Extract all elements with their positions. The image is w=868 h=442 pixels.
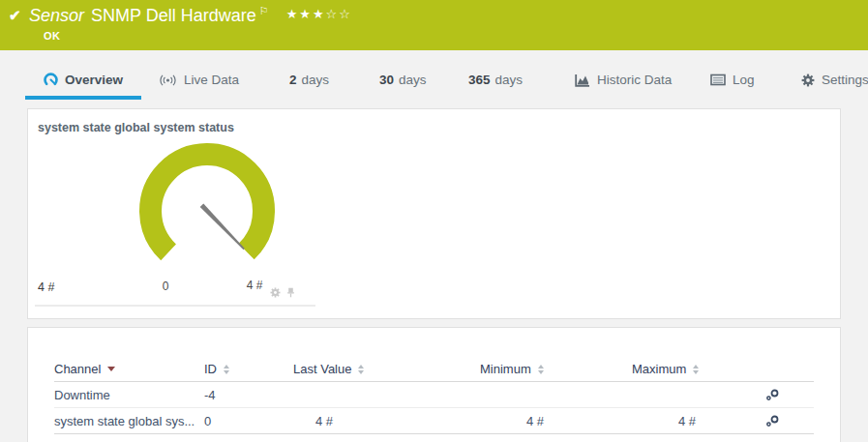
gauge-panel: system state global system status 0 4 # … (27, 108, 841, 319)
tab-live-data-label: Live Data (184, 73, 239, 87)
sort-desc-icon (107, 367, 115, 371)
tab-30-days-number: 30 (379, 73, 394, 87)
sensor-title-line: SensorSNMP Dell Hardware⚐★★★☆☆ (29, 5, 352, 26)
ok-check-icon: ✔ (9, 7, 21, 24)
sort-icon (358, 365, 364, 374)
gauge-min-label: 0 (163, 280, 169, 293)
area-chart-icon (575, 74, 590, 87)
tab-overview-label: Overview (65, 73, 123, 87)
object-kind-label: Sensor (29, 6, 84, 25)
gauge-arc (151, 155, 264, 252)
channel-maximum: 4 # (632, 414, 765, 428)
column-header-id[interactable]: ID (204, 362, 293, 376)
channel-id: 0 (204, 414, 293, 428)
sensor-name: SNMP Dell Hardware (91, 6, 256, 25)
tab-settings-label: Settings (822, 73, 868, 87)
broadcast-icon (159, 74, 177, 87)
tab-365-days[interactable]: 365 days (468, 60, 523, 100)
gauge-settings-gear-icon[interactable] (270, 287, 281, 298)
gauge-icon (44, 73, 58, 87)
sort-icon (693, 365, 699, 374)
gauge-chart: 0 4 # 4 # (33, 136, 323, 310)
channel-name: system state global sys... (54, 414, 204, 428)
tab-settings[interactable]: Settings (801, 60, 868, 100)
sort-icon (538, 365, 544, 374)
column-header-channel[interactable]: Channel (54, 362, 204, 376)
sensor-header: ✔ SensorSNMP Dell Hardware⚐★★★☆☆ OK (0, 0, 868, 50)
channels-table: Channel ID Last Value Minimum Maximum (28, 328, 840, 434)
column-header-last-value[interactable]: Last Value (293, 362, 480, 376)
tab-historic-data[interactable]: Historic Data (575, 60, 672, 100)
channel-id: -4 (204, 388, 293, 402)
column-header-maximum[interactable]: Maximum (632, 362, 765, 376)
tab-live-data[interactable]: Live Data (159, 60, 239, 100)
gauge-title: system state global system status (38, 121, 234, 134)
sort-icon (224, 365, 229, 374)
tab-2-days-label: days (302, 73, 330, 87)
channels-panel: Channel ID Last Value Minimum Maximum (27, 327, 841, 442)
tab-365-days-label: days (495, 73, 524, 87)
log-icon (710, 74, 726, 86)
table-row: Downtime -4 (54, 382, 814, 408)
column-header-channel-label: Channel (54, 362, 101, 376)
tab-30-days[interactable]: 30 days (379, 60, 427, 100)
gauge-toolbar (270, 287, 296, 298)
active-tab-underline (25, 96, 141, 100)
gear-icon (801, 74, 815, 87)
column-header-maximum-label: Maximum (632, 362, 686, 376)
tab-365-days-number: 365 (468, 73, 491, 87)
column-header-minimum-label: Minimum (480, 362, 531, 376)
channel-settings-gears-icon[interactable] (765, 415, 814, 427)
tab-30-days-label: days (399, 73, 427, 87)
channel-settings-gears-icon[interactable] (765, 389, 814, 401)
column-header-minimum[interactable]: Minimum (480, 362, 632, 376)
channel-minimum: 4 # (480, 414, 632, 428)
tab-historic-data-label: Historic Data (597, 73, 672, 87)
priority-flag-icon[interactable]: ⚐ (259, 5, 269, 16)
sensor-tabs: Overview Live Data 2 days 30 days (0, 60, 868, 100)
tab-2-days-number: 2 (289, 73, 297, 87)
status-badge: OK (44, 30, 60, 42)
pin-icon[interactable] (285, 287, 296, 298)
gauge-current-value: 4 # (38, 280, 54, 294)
channel-name: Downtime (54, 388, 204, 402)
tab-overview[interactable]: Overview (25, 60, 141, 100)
priority-stars[interactable]: ★★★☆☆ (286, 7, 352, 21)
table-header-row: Channel ID Last Value Minimum Maximum (54, 357, 814, 382)
tab-log-label: Log (733, 73, 755, 87)
sensor-page: ✔ SensorSNMP Dell Hardware⚐★★★☆☆ OK Over… (0, 0, 868, 442)
tab-log[interactable]: Log (710, 60, 755, 100)
gauge-max-label: 4 # (247, 279, 263, 292)
table-row: system state global sys... 0 4 # 4 # 4 # (54, 408, 814, 434)
tab-2-days[interactable]: 2 days (289, 60, 329, 100)
channel-last-value: 4 # (293, 414, 480, 428)
column-header-id-label: ID (204, 362, 217, 376)
column-header-last-value-label: Last Value (293, 362, 351, 376)
